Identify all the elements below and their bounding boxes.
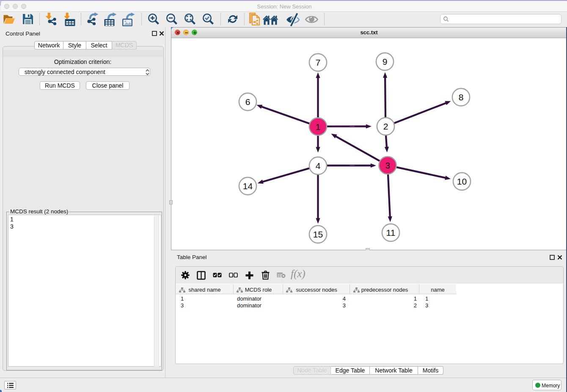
svg-text:9: 9 [383, 57, 388, 66]
svg-text:8: 8 [459, 92, 464, 102]
svg-text:1: 1 [316, 122, 321, 132]
svg-text:7: 7 [316, 58, 321, 67]
svg-text:15: 15 [313, 229, 323, 239]
svg-text:3: 3 [385, 160, 390, 170]
svg-text:2: 2 [383, 121, 388, 131]
svg-text:10: 10 [457, 177, 467, 186]
svg-text:4: 4 [316, 161, 321, 171]
svg-text:6: 6 [245, 97, 250, 107]
svg-text:14: 14 [243, 181, 253, 191]
svg-text:11: 11 [386, 228, 396, 237]
